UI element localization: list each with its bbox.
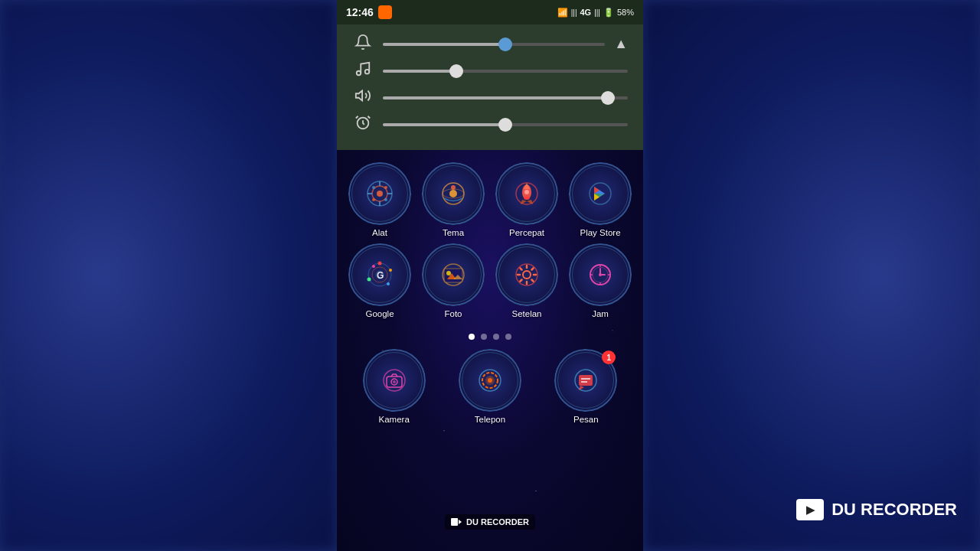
svg-point-29 — [389, 269, 392, 272]
app-icon-wrap-alat — [348, 162, 411, 225]
app-icon-percepat — [495, 162, 558, 225]
app-icon-wrap-jam — [569, 243, 632, 306]
svg-marker-2 — [356, 91, 362, 101]
du-recorder-phone-text: DU RECORDER — [466, 517, 529, 527]
apps-grid-row1: Alat — [337, 150, 643, 331]
signal2-icon: ||| — [594, 8, 600, 17]
app-telepon[interactable]: Telepon — [442, 349, 537, 424]
app-icon-wrap-percepat — [495, 162, 558, 225]
app-label-playstore: Play Store — [580, 228, 620, 237]
apps-bottom-row: Kamera — [337, 346, 643, 430]
app-icon-kamera — [363, 349, 426, 412]
app-pesan[interactable]: 1 Pesan — [538, 349, 634, 424]
du-cam-icon — [796, 499, 824, 520]
svg-point-11 — [372, 186, 375, 189]
ringtone-thumb[interactable] — [498, 37, 512, 51]
svg-point-1 — [365, 70, 370, 74]
svg-point-40 — [523, 271, 531, 279]
pesan-badge: 1 — [602, 350, 616, 364]
svg-rect-59 — [579, 375, 593, 386]
network-type: 4G — [580, 8, 591, 17]
app-icon-wrap-playstore — [569, 162, 632, 225]
alarm-row — [352, 114, 628, 135]
app-tema[interactable]: Tema — [420, 162, 487, 237]
speaker-slider[interactable] — [383, 96, 628, 99]
battery-icon: 🔋 — [603, 8, 614, 18]
alarm-thumb[interactable] — [498, 118, 512, 132]
app-icon-playstore — [569, 162, 632, 225]
battery-pct: 58% — [617, 8, 634, 17]
app-icon-foto — [422, 243, 485, 306]
svg-point-28 — [378, 262, 382, 266]
media-slider[interactable] — [383, 70, 628, 73]
app-icon-wrap-setelan — [495, 243, 558, 306]
app-label-percepat: Percepat — [509, 228, 544, 237]
wifi-icon: 📶 — [557, 8, 568, 18]
speaker-row — [352, 87, 628, 108]
signal-icon: ||| — [571, 8, 577, 17]
svg-point-23 — [524, 190, 529, 194]
svg-point-31 — [368, 278, 371, 282]
svg-point-12 — [384, 186, 387, 189]
speaker-icon — [352, 87, 374, 108]
app-label-jam: Jam — [592, 309, 609, 318]
media-icon — [352, 60, 374, 81]
svg-point-53 — [393, 380, 396, 383]
app-setelan[interactable]: Setelan — [493, 243, 560, 318]
app-icon-alat — [348, 162, 411, 225]
pagination-dots — [337, 331, 643, 346]
ringtone-row: ▲ — [352, 34, 628, 54]
app-icon-jam — [569, 243, 632, 306]
app-kamera[interactable]: Kamera — [346, 349, 442, 424]
volume-chevron[interactable]: ▲ — [614, 36, 628, 52]
dot-3[interactable] — [493, 334, 499, 340]
dot-2[interactable] — [481, 334, 487, 340]
media-row — [352, 60, 628, 81]
speaker-thumb[interactable] — [601, 91, 615, 105]
media-thumb[interactable] — [449, 64, 463, 78]
svg-text:G: G — [377, 270, 384, 281]
ringtone-icon — [352, 34, 374, 54]
dot-1[interactable] — [469, 334, 475, 340]
app-icon-setelan — [495, 243, 558, 306]
app-playstore[interactable]: Play Store — [567, 162, 634, 237]
app-label-foto: Foto — [444, 309, 462, 318]
alarm-icon — [352, 114, 374, 135]
app-icon-wrap-pesan: 1 — [554, 349, 617, 412]
svg-point-57 — [488, 378, 492, 383]
app-icon-tema — [422, 162, 485, 225]
app-percepat[interactable]: Percepat — [493, 162, 560, 237]
du-recorder-phone-watermark: DU RECORDER — [445, 514, 535, 530]
app-jam[interactable]: Jam — [567, 243, 634, 318]
app-alat[interactable]: Alat — [346, 162, 413, 237]
app-icon-wrap-tema — [422, 162, 485, 225]
app-icon-wrap-kamera — [363, 349, 426, 412]
app-label-setelan: Setelan — [511, 309, 541, 318]
svg-rect-22 — [524, 197, 530, 200]
volume-panel: ▲ — [337, 24, 643, 150]
svg-point-13 — [372, 198, 375, 201]
app-label-pesan: Pesan — [573, 415, 599, 424]
background-left — [0, 0, 337, 551]
alarm-slider[interactable] — [383, 123, 628, 126]
ringtone-slider[interactable] — [383, 43, 605, 46]
speaker-fill — [383, 96, 608, 99]
app-icon-wrap-google: G — [348, 243, 411, 306]
background-right — [643, 0, 980, 551]
app-label-kamera: Kamera — [379, 415, 410, 424]
app-label-google: Google — [365, 309, 394, 318]
status-time: 12:46 — [346, 6, 374, 18]
app-icon-wrap-telepon — [459, 349, 521, 412]
du-recorder-watermark: DU RECORDER — [796, 499, 957, 520]
app-foto[interactable]: Foto — [420, 243, 487, 318]
svg-point-18 — [451, 185, 456, 190]
svg-point-38 — [446, 271, 451, 276]
svg-point-0 — [357, 71, 361, 76]
svg-point-45 — [599, 273, 602, 276]
app-google[interactable]: G Google — [346, 243, 413, 318]
dot-4[interactable] — [505, 334, 511, 340]
svg-point-6 — [377, 191, 383, 197]
app-label-telepon: Telepon — [475, 415, 505, 424]
svg-rect-63 — [451, 518, 458, 526]
app-icon-google: G — [348, 243, 411, 306]
